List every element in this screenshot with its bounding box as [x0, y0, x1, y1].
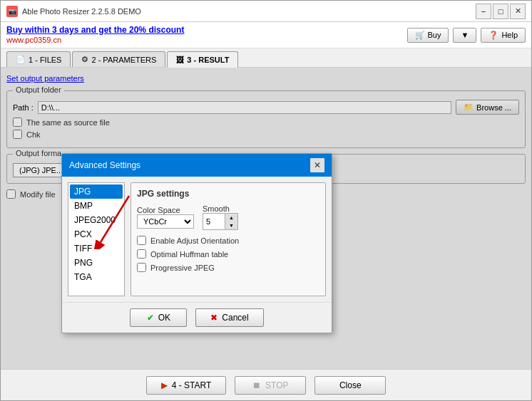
dialog-close-button[interactable]: ✕	[310, 158, 324, 172]
color-space-select[interactable]: YCbCr RGB CMYK Grayscale	[137, 214, 194, 229]
smooth-spinner: ▲ ▼	[203, 213, 238, 230]
help-icon: ❓	[488, 31, 498, 40]
cancel-label: Cancel	[222, 313, 248, 323]
tab-result[interactable]: 🖼 3 - RESULT	[167, 51, 238, 68]
cancel-icon: ✖	[210, 313, 218, 323]
format-item-pcx[interactable]: PCX	[70, 227, 123, 241]
app-icon: 📷	[6, 6, 18, 17]
optimal-huffman-label: Optimal Huffman table	[150, 250, 228, 259]
color-smooth-row: Color Space YCbCr RGB CMYK Grayscale Smo…	[137, 204, 319, 230]
close-label: Close	[339, 380, 362, 390]
close-button[interactable]: Close	[314, 376, 386, 395]
parameters-tab-label: 2 - PARAMETERS	[91, 56, 156, 64]
cart-icon: 🛒	[415, 31, 425, 40]
format-item-png[interactable]: PNG	[70, 256, 123, 270]
window-close-button[interactable]: ✕	[510, 4, 526, 19]
dropdown-button[interactable]: ▼	[453, 28, 476, 43]
files-tab-icon: 📄	[16, 55, 26, 64]
color-space-label: Color Space	[137, 206, 194, 214]
dialog-title: Advanced Settings	[69, 160, 140, 170]
enable-adjust-row: Enable Adjust Orientation	[137, 236, 319, 245]
files-tab-label: 1 - FILES	[29, 56, 61, 64]
content-area: Set output parameters Output folder Path…	[1, 68, 531, 369]
minimize-button[interactable]: −	[476, 4, 491, 19]
cancel-button[interactable]: ✖ Cancel	[195, 308, 263, 327]
tab-parameters[interactable]: ⚙ 2 - PARAMETERS	[72, 51, 165, 67]
promo-content: Buy within 3 days and get the 20% discou…	[6, 25, 184, 45]
result-tab-label: 3 - RESULT	[187, 56, 229, 64]
optimal-huffman-row: Optimal Huffman table	[137, 249, 319, 259]
stop-icon: ⏹	[252, 380, 261, 390]
start-label: 4 - START	[172, 380, 212, 390]
format-list: JPG BMP JPEG2000 PCX TIFF PNG TGA	[68, 182, 125, 296]
promo-bar: Buy within 3 days and get the 20% discou…	[1, 22, 531, 48]
help-label: Help	[501, 31, 518, 39]
tab-files[interactable]: 📄 1 - FILES	[6, 51, 71, 67]
format-item-tiff[interactable]: TIFF	[70, 241, 123, 256]
advanced-settings-dialog: Advanced Settings ✕ JPG BMP JPEG2000 PCX…	[61, 153, 332, 333]
ok-icon: ✔	[147, 313, 154, 323]
bottom-bar: ▶ 4 - START ⏹ STOP Close	[1, 369, 531, 400]
buy-button[interactable]: 🛒 Buy	[407, 28, 449, 43]
enable-adjust-label: Enable Adjust Orientation	[150, 236, 239, 245]
spinner-arrows: ▲ ▼	[225, 214, 237, 229]
title-bar: 📷 Able Photo Resizer 2.2.5.8 DEMO − □ ✕	[1, 1, 531, 22]
maximize-button[interactable]: □	[493, 4, 508, 19]
window-title: Able Photo Resizer 2.2.5.8 DEMO	[22, 7, 476, 16]
smooth-group: Smooth ▲ ▼	[203, 204, 245, 230]
progressive-jpeg-checkbox[interactable]	[137, 263, 146, 272]
promo-text[interactable]: Buy within 3 days and get the 20% discou…	[6, 25, 184, 35]
main-window: 📷 Able Photo Resizer 2.2.5.8 DEMO − □ ✕ …	[0, 0, 532, 401]
promo-site: www.pc0359.cn	[6, 36, 61, 44]
result-tab-icon: 🖼	[176, 56, 184, 64]
format-item-bmp[interactable]: BMP	[70, 199, 123, 213]
stop-label: STOP	[265, 380, 288, 390]
tab-bar: 📄 1 - FILES ⚙ 2 - PARAMETERS 🖼 3 - RESUL…	[1, 48, 531, 68]
smooth-label: Smooth	[203, 204, 245, 213]
format-item-jpeg2000[interactable]: JPEG2000	[70, 213, 123, 227]
color-space-group: Color Space YCbCr RGB CMYK Grayscale	[137, 206, 194, 229]
promo-buttons: 🛒 Buy ▼ ❓ Help	[407, 28, 526, 43]
dialog-content: JPG BMP JPEG2000 PCX TIFF PNG TGA JPG se…	[62, 177, 332, 302]
buy-label: Buy	[428, 31, 441, 39]
spinner-down[interactable]: ▼	[225, 222, 237, 229]
ok-label: OK	[158, 313, 170, 323]
dialog-buttons: ✔ OK ✖ Cancel	[62, 302, 332, 333]
dialog-title-bar: Advanced Settings ✕	[62, 154, 332, 177]
optimal-huffman-checkbox[interactable]	[137, 249, 146, 259]
format-item-jpg[interactable]: JPG	[70, 184, 123, 199]
enable-adjust-checkbox[interactable]	[137, 236, 146, 245]
format-item-tga[interactable]: TGA	[70, 270, 123, 284]
smooth-input[interactable]	[203, 216, 225, 227]
jpg-settings-panel: JPG settings Color Space YCbCr RGB CMYK …	[131, 182, 326, 296]
spinner-up[interactable]: ▲	[225, 214, 237, 222]
help-button[interactable]: ❓ Help	[481, 28, 526, 43]
start-icon: ▶	[161, 380, 168, 390]
parameters-tab-icon: ⚙	[81, 55, 88, 64]
jpg-settings-title: JPG settings	[137, 189, 319, 199]
window-controls: − □ ✕	[476, 4, 526, 19]
progressive-jpeg-row: Progressive JPEG	[137, 263, 319, 272]
ok-button[interactable]: ✔ OK	[130, 308, 187, 327]
progressive-jpeg-label: Progressive JPEG	[150, 264, 215, 272]
stop-button[interactable]: ⏹ STOP	[235, 376, 306, 395]
start-button[interactable]: ▶ 4 - START	[146, 376, 227, 395]
